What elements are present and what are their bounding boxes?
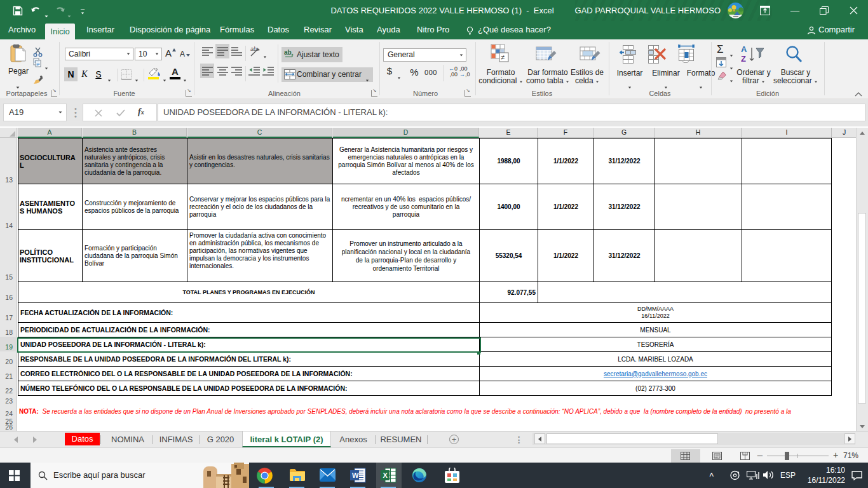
svg-text:ab: ab <box>250 46 257 52</box>
svg-text:ab: ab <box>284 49 292 56</box>
svg-text:X: X <box>383 471 388 479</box>
svg-text:Z: Z <box>741 54 746 64</box>
svg-text:A: A <box>741 44 747 54</box>
svg-text:W: W <box>352 471 359 479</box>
svg-text:≠: ≠ <box>501 53 505 61</box>
